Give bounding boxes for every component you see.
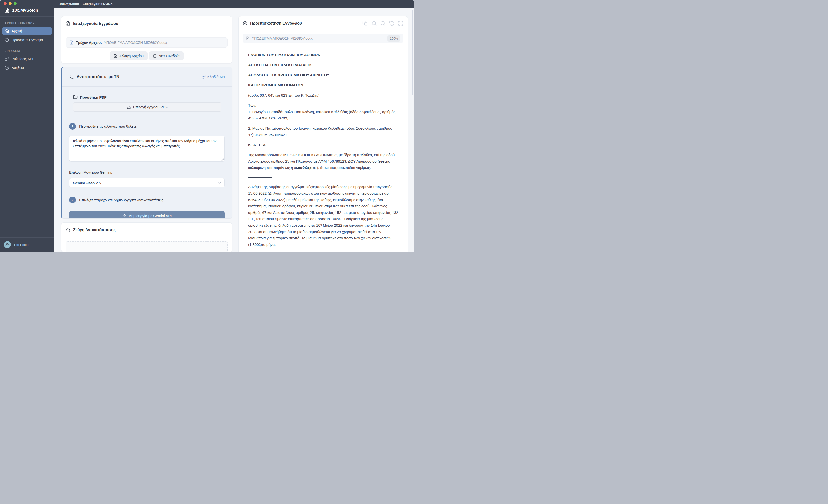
document-preview[interactable]: ΕΝΩΠΙΟΝ ΤΟΥ ΠΡΩΤΟΔΙΚΕΙΟΥ ΑΘΗΝΩΝΑΙΤΗΣΗ ΓΙ… xyxy=(243,46,403,252)
upload-icon xyxy=(127,105,131,109)
key-icon xyxy=(202,75,206,79)
current-file-name: ΥΠΟΔΕΙΓΜΑ ΑΠΟΔΟΣΗ ΜΙΣΘΙΟΥ.docx xyxy=(104,41,167,45)
step-1-row: 1 Περιγράψτε τις αλλαγές που θέλετε xyxy=(69,123,225,130)
button-label: Αλλαγή Αρχείου xyxy=(119,54,144,58)
minimize-button[interactable] xyxy=(9,2,11,5)
preview-file-name: ΥΠΟΔΕΙΓΜΑ ΑΠΟΔΟΣΗ ΜΙΣΘΙΟΥ.docx xyxy=(252,37,313,40)
sidebar-item-home[interactable]: Αρχική xyxy=(2,27,52,35)
card-title: Επεξεργασία Εγγράφου xyxy=(73,22,118,26)
zoom-window-button[interactable] xyxy=(13,2,16,5)
sidebar-item-label: Βοήθεια xyxy=(11,66,24,70)
doc-heading: ΕΝΩΠΙΟΝ ΤΟΥ ΠΡΩΤΟΔΙΚΕΙΟΥ ΑΘΗΝΩΝ xyxy=(248,52,398,58)
sidebar-item-label: Αρχική xyxy=(11,29,22,33)
avatar xyxy=(4,241,11,248)
current-file-label: Τρέχον Αρχείο: xyxy=(76,41,102,45)
add-pdf-label-row: Προσθήκη PDF xyxy=(73,95,221,99)
doc-heading: ΚΑΙ ΠΛΗΡΩΜΗΣ ΜΙΣΘΩΜΑΤΩΝ xyxy=(248,82,398,88)
replacement-pairs-card: Ζεύγη Αντικατάστασης xyxy=(61,222,232,252)
terminal-icon xyxy=(69,74,74,79)
left-column: Επεξεργασία Εγγράφου Τρέχον Αρχείο: ΥΠΟΔ… xyxy=(61,16,232,252)
preview-toolbar xyxy=(363,21,403,26)
selected-model: Gemini Flash 2.5 xyxy=(73,181,101,185)
doc-paragraph: Δυνάμει της σύμβασης επαγγελματικής/εμπο… xyxy=(248,184,398,248)
step-2-row: 2 Επιλέξτε πάροχο και δημιουργήστε αντικ… xyxy=(69,197,225,203)
change-file-button[interactable]: Αλλαγή Αρχείου xyxy=(110,51,148,60)
card-header: Ζεύγη Αντικατάστασης xyxy=(61,223,232,237)
step-1-label: Περιγράψτε τις αλλαγές που θέλετε xyxy=(79,124,136,128)
search-icon xyxy=(66,227,71,232)
zap-icon xyxy=(122,214,126,217)
card-header: Προεπισκόπηση Εγγράφου xyxy=(239,16,408,31)
app-name: 10x.MySolon xyxy=(12,8,38,13)
chevron-down-icon xyxy=(218,181,221,185)
card-title: Ζεύγη Αντικατάστασης xyxy=(73,227,116,232)
edition-label: Pro Edition xyxy=(14,243,30,247)
file-icon xyxy=(246,37,250,40)
doc-horizontal-rule xyxy=(248,177,272,178)
folder-icon xyxy=(73,95,78,99)
zoom-level-badge: 100% xyxy=(387,36,401,42)
add-pdf-label: Προσθήκη PDF xyxy=(80,95,107,99)
doc-paragraph: Της Μονοπρόσωπης ΙΚΕ “ ΑΡΤΟΠΟΙΕΙΟ ΑΘΗΝΑΪ… xyxy=(248,152,398,171)
model-select-label: Επιλογή Μοντέλου Gemini: xyxy=(69,170,225,174)
right-column: Προεπισκόπηση Εγγράφου xyxy=(238,16,408,252)
copy-icon[interactable] xyxy=(363,21,368,26)
ai-replacements-card: Αντικαταστάσεις με ΤΝ Κλειδιά API xyxy=(61,67,232,219)
rotate-ccw-icon[interactable] xyxy=(389,21,395,26)
prompt-area-wrap: Τελικά οι μήνες που οφείλονται είναι επι… xyxy=(69,136,225,162)
main-area: 10x.MySolon – Επεξεργασία DOCX Επεξεργασ… xyxy=(54,0,414,252)
content: Επεξεργασία Εγγράφου Τρέχον Αρχείο: ΥΠΟΔ… xyxy=(54,8,414,252)
file-up-icon xyxy=(114,54,117,58)
document-preview-card: Προεπισκόπηση Εγγράφου xyxy=(238,16,408,252)
pairs-dropzone[interactable] xyxy=(66,241,228,252)
nav-section-label-tools: ΕΡΓΑΛΕΙΑ xyxy=(5,49,54,52)
nav-section-label-files: ΑΡΧΕΙΑ ΚΕΙΜΕΝΟΥ xyxy=(5,22,54,25)
gemini-model-select[interactable]: Gemini Flash 2.5 xyxy=(69,178,225,187)
pdf-section: Προσθήκη PDF Επιλογή αρχείου PDF xyxy=(73,95,221,112)
sidebar: 10x.MySolon ΑΡΧΕΙΑ ΚΕΙΜΕΝΟΥ Αρχική Πρόσφ… xyxy=(0,0,54,252)
preview-file-bar: ΥΠΟΔΕΙΓΜΑ ΑΠΟΔΟΣΗ ΜΙΣΘΙΟΥ.docx 100% xyxy=(243,34,403,43)
eye-target-icon xyxy=(243,21,248,26)
help-circle-icon xyxy=(5,66,9,70)
button-label: Επιλογή αρχείου PDF xyxy=(133,105,168,109)
user-check-icon xyxy=(5,243,9,247)
fullscreen-icon[interactable] xyxy=(398,21,403,26)
sidebar-item-label: Πρόσφατα Έγγραφα xyxy=(11,38,43,42)
history-icon xyxy=(5,38,9,42)
file-input-icon xyxy=(66,21,71,26)
new-session-button[interactable]: Νέα Συνεδρία xyxy=(149,51,183,60)
window-controls xyxy=(0,0,54,5)
doc-paragraph: (αρθρ. 637, 645 και 623 επ. του Κ.Πολ.Δι… xyxy=(248,92,398,98)
file-icon xyxy=(70,40,74,45)
step-2-badge: 2 xyxy=(69,197,76,203)
document-content: ΕΝΩΠΙΟΝ ΤΟΥ ΠΡΩΤΟΔΙΚΕΙΟΥ ΑΘΗΝΩΝΑΙΤΗΣΗ ΓΙ… xyxy=(248,52,398,248)
ai-card-body: Προσθήκη PDF Επιλογή αρχείου PDF 1 xyxy=(62,95,232,219)
card-title: Προεπισκόπηση Εγγράφου xyxy=(250,21,302,26)
api-keys-link[interactable]: Κλειδιά API xyxy=(202,75,225,79)
app-logo: 10x.MySolon xyxy=(0,5,54,16)
window-scrollbar-thumb[interactable] xyxy=(412,10,413,95)
zoom-in-icon[interactable] xyxy=(371,21,377,26)
app-window: 10x.MySolon ΑΡΧΕΙΑ ΚΕΙΜΕΝΟΥ Αρχική Πρόσφ… xyxy=(0,0,414,252)
sidebar-item-label: Ρυθμίσεις API xyxy=(11,57,33,61)
close-button[interactable] xyxy=(4,2,7,5)
document-editing-card: Επεξεργασία Εγγράφου Τρέχον Αρχείο: ΥΠΟΔ… xyxy=(61,16,232,63)
titlebar: 10x.MySolon – Επεξεργασία DOCX xyxy=(54,0,414,8)
file-text-icon xyxy=(4,8,10,13)
changes-prompt-textarea[interactable]: Τελικά οι μήνες που οφείλονται είναι επι… xyxy=(69,136,225,162)
step-2-label: Επιλέξτε πάροχο και δημιουργήστε αντικατ… xyxy=(79,198,163,202)
plus-square-icon xyxy=(153,54,157,58)
sidebar-item-recent-documents[interactable]: Πρόσφατα Έγγραφα xyxy=(2,36,52,44)
sidebar-item-api-settings[interactable]: Ρυθμίσεις API xyxy=(2,55,52,63)
button-label: Δημιουργία με Gemini API xyxy=(129,214,172,218)
sidebar-item-help[interactable]: Βοήθεια xyxy=(2,64,52,72)
home-icon xyxy=(5,29,9,33)
card-header: Αντικαταστάσεις με ΤΝ Κλειδιά API xyxy=(62,67,232,87)
editor-actions: Αλλαγή Αρχείου Νέα Συνεδρία xyxy=(61,51,232,60)
current-file-bar: Τρέχον Αρχείο: ΥΠΟΔΕΙΓΜΑ ΑΠΟΔΟΣΗ ΜΙΣΘΙΟΥ… xyxy=(66,37,228,47)
sidebar-footer: Pro Edition xyxy=(0,238,54,252)
choose-pdf-button[interactable]: Επιλογή αρχείου PDF xyxy=(73,102,221,112)
zoom-out-icon[interactable] xyxy=(380,21,386,26)
card-title: Αντικαταστάσεις με ΤΝ xyxy=(77,75,119,79)
generate-with-gemini-button[interactable]: Δημιουργία με Gemini API xyxy=(69,211,225,219)
